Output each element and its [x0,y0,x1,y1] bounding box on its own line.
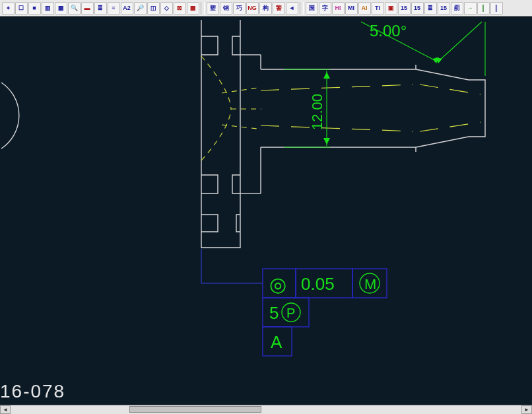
toolbar-cn-guo-button[interactable]: 国 [306,2,318,15]
toolbar-profile-button[interactable]: ☐ [15,2,28,15]
toolbar-bars-button[interactable]: ≡ [108,2,120,15]
part-outline [1,20,485,248]
toolbar-a2-button[interactable]: A2 [121,2,133,15]
toolbar-cn-jing-button[interactable]: 警 [273,2,285,15]
dim-angle-text: 5.00° [370,22,407,40]
scroll-right-arrow[interactable]: ► [521,405,532,414]
toolbar-cn-qiao-button[interactable]: 巧 [233,2,246,15]
fcf-row2-val: 5 [269,303,279,323]
toolbar-cn-gou-button[interactable]: 构 [259,2,272,15]
toolbar-cn-su-button[interactable]: 塑 [207,2,219,15]
toolbar-list-button[interactable]: ≣ [94,2,107,15]
toolbar-h15c-button[interactable]: 15 [438,2,450,15]
toolbar-magnify2-button[interactable]: 🔎 [134,2,147,15]
toolbar-separator [300,2,304,15]
dim-linear-text: 12.00 [309,94,325,130]
fcf-mod1: M [364,276,376,293]
toolbar-rect-fill-button[interactable]: ▬ [81,2,94,15]
scroll-thumb[interactable] [129,406,261,413]
toolbar-ai-button[interactable]: AI [358,2,371,15]
toolbar-cn-gang-button[interactable]: 钢 [220,2,232,15]
fcf-datum: A [271,332,283,352]
toolbar-arrow-rt-button[interactable]: → [464,2,477,15]
drawing-svg: 5.00° 12.00 ◎ 0.05 [0,17,532,414]
toolbar-layers-button[interactable]: ≣ [424,2,437,15]
toolbar-ti-button[interactable]: TI [372,2,384,15]
toolbar-bars-green-button[interactable]: ║ [477,2,490,15]
fcf-leader [201,249,263,283]
toolbar-grid-red-button[interactable]: ▦ [187,2,199,15]
scroll-left-arrow[interactable]: ◄ [0,405,11,414]
toolbar-column-button[interactable]: ▥ [42,2,54,15]
toolbar-table-button[interactable]: ▦ [55,2,67,15]
toolbar-h15-button[interactable]: 15 [398,2,411,15]
toolbar-ng-button[interactable]: NG [246,2,259,15]
fcf-mod2: P [286,306,295,320]
scroll-track[interactable] [11,405,521,414]
toolbar-box-red-button[interactable]: ▣ [385,2,397,15]
hidden-lines [261,85,481,131]
toolbar-box3d-button[interactable]: ◫ [147,2,160,15]
cad-toolbar: ⌖☐■▥▦🔍▬≣≡A2🔎◫◇⊠▦塑钢巧NG构警◄国字HIMIAITI▣1515≣… [0,0,532,17]
toolbar-h15b-button[interactable]: 15 [411,2,424,15]
toolbar-ortho-button[interactable]: ◇ [160,2,173,15]
toolbar-cn-si-button[interactable]: 罰 [451,2,463,15]
drawing-canvas[interactable]: 5.00° 12.00 ◎ 0.05 [0,17,532,414]
toolbar-solid-button[interactable]: ■ [28,2,41,15]
toolbar-bars-cyan-button[interactable]: ║ [490,2,503,15]
toolbar-prev-icon-button[interactable]: ◄ [286,2,298,15]
fcf-tol: 0.05 [301,274,335,294]
scrollbar-horizontal[interactable]: ◄ ► [0,405,532,414]
toolbar-axis-button[interactable]: ⌖ [2,2,15,15]
toolbar-hi-button[interactable]: HI [332,2,345,15]
toolbar-separator [201,2,205,15]
toolbar-magnify-button[interactable]: 🔍 [68,2,81,15]
fcf-symbol: ◎ [269,273,286,295]
toolbar-cn-zi-button[interactable]: 字 [319,2,331,15]
toolbar-mi-button[interactable]: MI [345,2,358,15]
hidden-curve [201,56,261,160]
toolbar-box-x-button[interactable]: ⊠ [174,2,186,15]
